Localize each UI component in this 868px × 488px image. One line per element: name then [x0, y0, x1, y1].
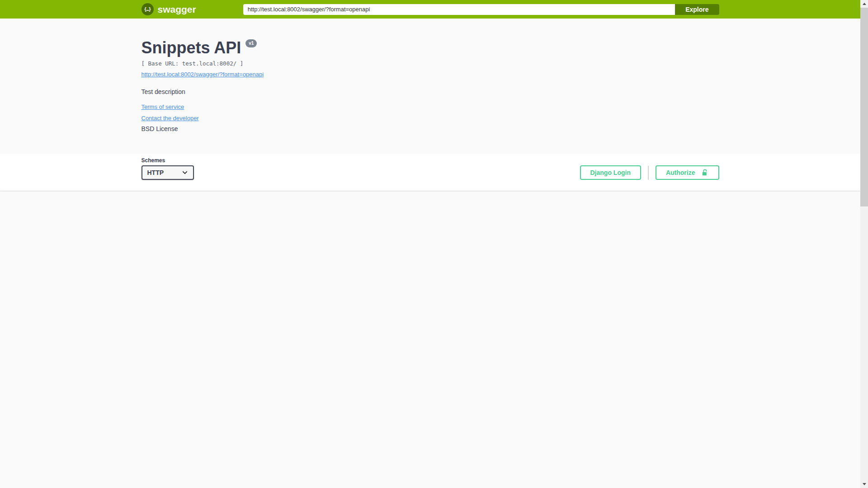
django-login-label: Django Login	[590, 169, 631, 176]
swagger-logo-icon: {…}	[142, 3, 154, 15]
terms-of-service-link[interactable]: Terms of service	[142, 103, 184, 110]
authorize-button[interactable]: Authorize	[656, 165, 719, 180]
auth-divider	[648, 166, 649, 180]
swagger-logo-text: swagger	[158, 4, 196, 15]
authorize-label: Authorize	[666, 169, 695, 176]
scrollbar-thumb[interactable]	[860, 8, 868, 206]
auth-wrapper: Django Login Authorize	[580, 165, 719, 180]
download-url-wrapper: Explore	[243, 4, 719, 15]
schemes-label: Schemes	[142, 157, 194, 164]
spec-url-input[interactable]	[243, 4, 675, 15]
spec-link[interactable]: http://test.local:8002/swagger/?format=o…	[142, 71, 264, 78]
swagger-ui-page: {…} swagger Explore Snippets APIv1 [ Bas…	[0, 0, 860, 488]
swagger-logo: {…} swagger	[142, 3, 196, 15]
api-title-text: Snippets API	[142, 38, 241, 57]
base-url-text: [ Base URL: test.local:8002/ ]	[142, 60, 719, 67]
page-title: Snippets APIv1	[142, 38, 719, 57]
vertical-scrollbar	[860, 0, 868, 488]
topbar: {…} swagger Explore	[0, 0, 860, 19]
schemes-select[interactable]: HTTP	[142, 165, 194, 180]
schemes-block: Schemes HTTP	[142, 157, 194, 180]
info-container: Snippets APIv1 [ Base URL: test.local:80…	[0, 19, 860, 154]
scheme-container: Schemes HTTP Django Login Authorize	[0, 154, 860, 191]
scrollbar-up-arrow-icon[interactable]	[860, 0, 868, 8]
unlock-icon	[701, 169, 709, 177]
api-description: Test description	[142, 88, 719, 95]
explore-button[interactable]: Explore	[675, 4, 719, 15]
license-text: BSD License	[142, 125, 719, 132]
contact-developer-link[interactable]: Contact the developer	[142, 115, 199, 122]
django-login-button[interactable]: Django Login	[580, 165, 641, 180]
schemes-selected-value: HTTP	[147, 169, 164, 176]
scrollbar-down-arrow-icon[interactable]	[860, 480, 868, 488]
chevron-down-icon	[182, 169, 188, 176]
version-badge: v1	[245, 39, 257, 47]
